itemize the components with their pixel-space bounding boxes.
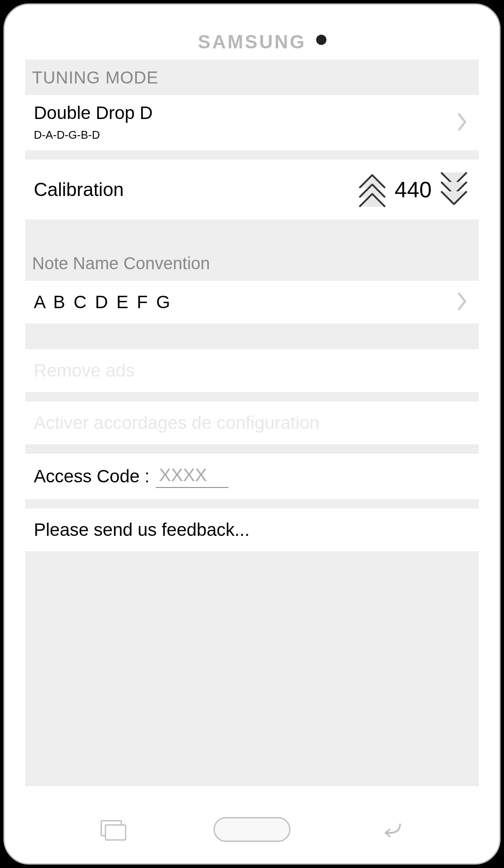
- note-convention-value: A B C D E F G: [34, 292, 172, 312]
- access-code-row: Access Code :: [25, 454, 479, 499]
- access-code-label: Access Code :: [34, 466, 150, 487]
- spacer: [25, 444, 479, 454]
- chevron-right-icon: [457, 113, 468, 133]
- tuning-mode-name: Double Drop D: [34, 103, 153, 123]
- camera-icon: [316, 35, 326, 45]
- home-button[interactable]: [213, 817, 291, 842]
- app-screen: TUNING MODE Double Drop D D-A-D-G-B-D Ca…: [25, 59, 479, 786]
- chevron-right-icon: [457, 292, 468, 312]
- activate-configs-row[interactable]: Activer accordages de configuration: [25, 401, 479, 444]
- calibration-value: 440: [394, 177, 432, 202]
- section-header-note-convention: Note Name Convention: [25, 245, 479, 281]
- access-code-input[interactable]: [156, 465, 228, 488]
- remove-ads-row[interactable]: Remove ads: [25, 349, 479, 392]
- calibration-row: Calibration 440: [25, 160, 479, 220]
- spacer: [25, 220, 479, 245]
- device-nav-bar: [5, 817, 499, 842]
- spacer: [25, 392, 479, 401]
- section-header-tuning-mode: TUNING MODE: [25, 59, 479, 95]
- recent-apps-button[interactable]: [101, 820, 125, 839]
- activate-configs-label: Activer accordages de configuration: [34, 413, 320, 433]
- brand-logo: SAMSUNG: [198, 31, 306, 53]
- calibration-controls: 440: [356, 171, 470, 208]
- back-button[interactable]: [379, 820, 403, 839]
- calibration-label: Calibration: [34, 179, 356, 200]
- remove-ads-label: Remove ads: [34, 360, 135, 381]
- spacer: [25, 499, 479, 508]
- calibration-down-button[interactable]: [438, 171, 470, 208]
- tablet-inner: SAMSUNG TUNING MODE Double Drop D D-A-D-…: [5, 5, 499, 863]
- spacer: [25, 324, 479, 349]
- calibration-up-button[interactable]: [356, 171, 388, 208]
- feedback-label: Please send us feedback...: [34, 520, 249, 540]
- tuning-mode-row[interactable]: Double Drop D D-A-D-G-B-D: [25, 95, 479, 150]
- spacer: [25, 150, 479, 160]
- tuning-mode-notes: D-A-D-G-B-D: [34, 128, 100, 142]
- note-convention-row[interactable]: A B C D E F G: [25, 281, 479, 324]
- feedback-row[interactable]: Please send us feedback...: [25, 508, 479, 551]
- tablet-frame: SAMSUNG TUNING MODE Double Drop D D-A-D-…: [3, 3, 501, 865]
